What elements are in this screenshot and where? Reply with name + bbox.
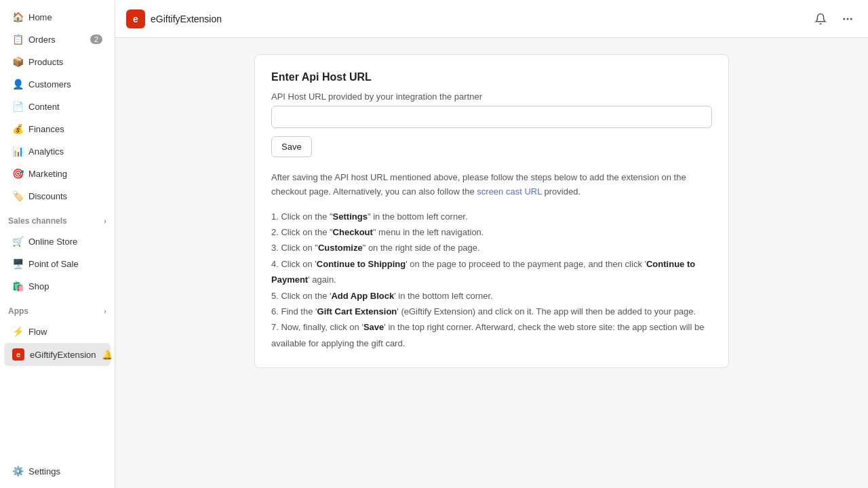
step-3: 3. Click on "Customize" on the right sid… (271, 240, 712, 256)
flow-icon: ⚡ (12, 326, 23, 337)
sidebar-item-home[interactable]: 🏠 Home (4, 6, 111, 28)
step-2: 2. Click on the "Checkout" menu in the l… (271, 224, 712, 240)
home-icon: 🏠 (12, 12, 23, 22)
analytics-icon: 📊 (12, 146, 23, 157)
sidebar-item-discounts[interactable]: 🏷️ Discounts (4, 185, 111, 207)
sidebar-item-label: Point of Sale (28, 259, 79, 269)
apps-header: Apps › (0, 302, 115, 320)
discounts-icon: 🏷️ (12, 190, 23, 201)
online-store-icon: 🛒 (12, 236, 23, 247)
content-area: Enter Api Host URL API Host URL provided… (115, 38, 868, 488)
customers-icon: 👤 (12, 79, 23, 89)
api-host-card: Enter Api Host URL API Host URL provided… (254, 54, 729, 368)
bell-icon: 🔔 (102, 350, 113, 360)
sidebar: 🏠 Home 📋 Orders 2 📦 Products 👤 Customers… (0, 0, 115, 488)
sidebar-item-label: Shop (28, 281, 49, 291)
instructions-paragraph: After saving the API host URL mentioned … (271, 171, 712, 199)
screen-cast-url-link[interactable]: screen cast URL (477, 186, 542, 197)
orders-icon: 📋 (12, 34, 23, 45)
settings-icon: ⚙️ (12, 466, 23, 476)
sidebar-item-products[interactable]: 📦 Products (4, 51, 111, 73)
sidebar-item-label: Content (28, 102, 60, 112)
svg-point-0 (843, 18, 845, 20)
point-of-sale-icon: 🖥️ (12, 258, 23, 269)
step-6: 6. Find the 'Gift Cart Extension' (eGift… (271, 304, 712, 319)
sidebar-item-finances[interactable]: 💰 Finances (4, 118, 111, 140)
sidebar-item-label: Marketing (28, 169, 67, 179)
app-logo: e (126, 9, 145, 28)
notification-button[interactable] (811, 9, 830, 28)
sidebar-item-orders[interactable]: 📋 Orders 2 (4, 28, 111, 50)
products-icon: 📦 (12, 56, 23, 67)
chevron-right-icon: › (104, 307, 106, 315)
sales-channels-header: Sales channels › (0, 212, 115, 230)
sidebar-item-flow[interactable]: ⚡ Flow (4, 321, 111, 342)
step-7: 7. Now, finally, click on 'Save' in the … (271, 319, 712, 351)
card-title: Enter Api Host URL (271, 71, 712, 83)
sidebar-item-label: Home (28, 12, 52, 22)
sidebar-item-label: Discounts (28, 191, 67, 201)
sidebar-bottom: ⚙️ Settings (0, 460, 115, 488)
topbar: e eGiftifyExtension (115, 0, 868, 38)
instructions-text: After saving the API host URL mentioned … (271, 171, 712, 351)
sidebar-item-analytics[interactable]: 📊 Analytics (4, 140, 111, 162)
app-title: eGiftifyExtension (151, 14, 222, 24)
more-options-button[interactable] (838, 9, 857, 28)
field-label: API Host URL provided by your integratio… (271, 92, 712, 102)
sidebar-item-label: Analytics (28, 146, 64, 157)
shop-icon: 🛍️ (12, 281, 23, 291)
sidebar-item-shop[interactable]: 🛍️ Shop (4, 275, 111, 297)
steps-list: 1. Click on the "Settings" in the bottom… (271, 209, 712, 352)
content-icon: 📄 (12, 101, 23, 112)
sidebar-item-egiftify-extension[interactable]: e eGiftifyExtension 🔔 (4, 343, 111, 366)
topbar-actions (811, 9, 857, 28)
svg-point-2 (850, 18, 852, 20)
sidebar-item-label: Flow (28, 327, 47, 337)
sidebar-item-label: Settings (28, 466, 60, 476)
sidebar-item-customers[interactable]: 👤 Customers (4, 73, 111, 95)
sidebar-item-settings[interactable]: ⚙️ Settings (4, 460, 111, 482)
sidebar-item-online-store[interactable]: 🛒 Online Store (4, 230, 111, 252)
sidebar-item-label: Finances (28, 124, 64, 134)
sidebar-item-label: eGiftifyExtension (30, 350, 96, 360)
sidebar-item-label: Online Store (28, 237, 77, 247)
api-host-url-input[interactable] (271, 106, 712, 128)
sidebar-item-marketing[interactable]: 🎯 Marketing (4, 163, 111, 184)
sidebar-item-label: Orders (28, 35, 56, 45)
step-4: 4. Click on 'Continue to Shipping' on th… (271, 256, 712, 288)
marketing-icon: 🎯 (12, 168, 23, 179)
chevron-right-icon: › (104, 217, 106, 225)
orders-badge: 2 (90, 35, 102, 44)
sidebar-item-label: Customers (28, 79, 71, 89)
finances-icon: 💰 (12, 123, 23, 134)
step-5: 5. Click on the 'Add App Block' in the b… (271, 288, 712, 304)
sidebar-item-content[interactable]: 📄 Content (4, 96, 111, 117)
svg-point-1 (847, 18, 849, 20)
sidebar-item-point-of-sale[interactable]: 🖥️ Point of Sale (4, 253, 111, 274)
step-1: 1. Click on the "Settings" in the bottom… (271, 209, 712, 224)
save-button[interactable]: Save (271, 136, 312, 157)
sidebar-item-label: Products (28, 57, 63, 67)
egiftify-icon: e (12, 348, 24, 361)
main-content: e eGiftifyExtension Enter Api Host URL A… (115, 0, 868, 488)
